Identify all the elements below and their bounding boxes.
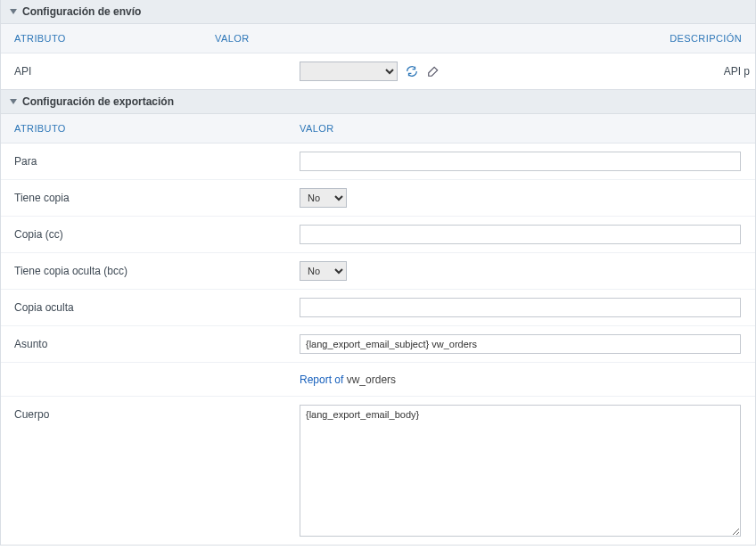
edit-icon[interactable] — [426, 64, 440, 78]
export-config-section: Configuración de exportación ATRIBUTO VA… — [0, 90, 756, 546]
export-config-header[interactable]: Configuración de exportación — [1, 90, 755, 114]
api-select[interactable] — [300, 62, 398, 81]
body-label: Cuerpo — [1, 405, 286, 421]
has-cc-select[interactable]: No — [300, 188, 347, 208]
body-row: Cuerpo — [1, 397, 755, 545]
report-of-link[interactable]: Report of — [300, 373, 347, 386]
col-description: DESCRIPCIÓN — [617, 33, 755, 44]
subject-row: Asunto — [1, 326, 755, 363]
body-textarea[interactable] — [300, 405, 741, 537]
chevron-down-icon — [10, 9, 17, 14]
report-name-text: vw_orders — [347, 373, 396, 386]
api-description: API p — [702, 65, 755, 78]
cc-input[interactable] — [300, 225, 741, 244]
col-attribute: ATRIBUTO — [1, 33, 201, 44]
col-value: VALOR — [286, 123, 755, 134]
bcc-row: Copia oculta — [1, 290, 755, 326]
cc-label: Copia (cc) — [1, 228, 286, 241]
cc-row: Copia (cc) — [1, 217, 755, 253]
to-label: Para — [1, 155, 286, 168]
bcc-label: Copia oculta — [1, 301, 286, 314]
section-title: Configuración de exportación — [22, 95, 174, 108]
send-config-section: Configuración de envío ATRIBUTO VALOR DE… — [0, 0, 756, 90]
has-bcc-select[interactable]: No — [300, 261, 347, 281]
to-input[interactable] — [300, 152, 741, 171]
api-row: API API p — [1, 53, 755, 89]
column-header-row: ATRIBUTO VALOR DESCRIPCIÓN — [1, 24, 755, 53]
col-value: VALOR — [201, 33, 617, 44]
to-row: Para — [1, 144, 755, 180]
has-cc-label: Tiene copia — [1, 192, 286, 204]
chevron-down-icon — [10, 99, 17, 104]
api-label: API — [1, 65, 286, 78]
send-config-header[interactable]: Configuración de envío — [1, 0, 755, 24]
subject-label: Asunto — [1, 338, 286, 350]
has-cc-row: Tiene copia No — [1, 180, 755, 217]
subject-preview-row: Report of vw_orders — [1, 363, 755, 397]
bcc-input[interactable] — [300, 298, 741, 317]
refresh-icon[interactable] — [405, 64, 419, 78]
col-attribute: ATRIBUTO — [1, 123, 286, 134]
column-header-row: ATRIBUTO VALOR — [1, 114, 755, 144]
subject-input[interactable] — [300, 334, 741, 354]
has-bcc-row: Tiene copia oculta (bcc) No — [1, 253, 755, 290]
has-bcc-label: Tiene copia oculta (bcc) — [1, 265, 286, 277]
section-title: Configuración de envío — [22, 5, 141, 18]
